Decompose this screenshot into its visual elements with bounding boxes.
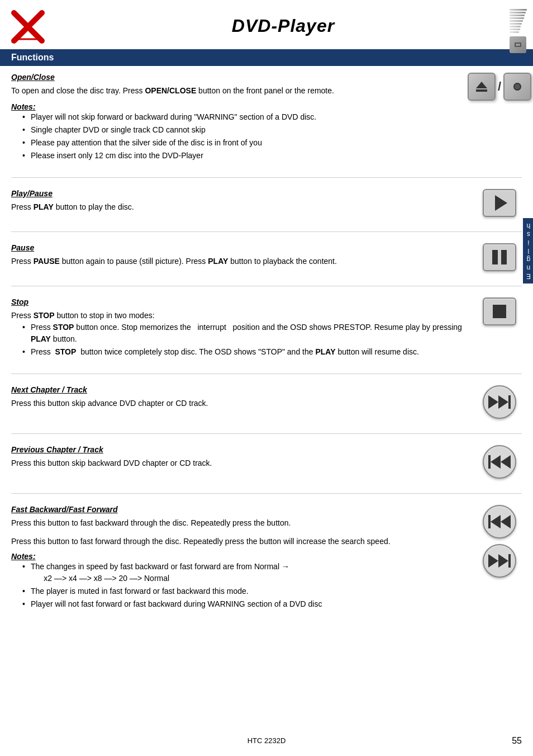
list-item: The changes in speed by fast backward or… [22, 561, 472, 584]
content: Open/Close To open and close the disc tr… [0, 66, 533, 616]
stop-button-icon [483, 297, 516, 325]
stop-title: Stop [11, 297, 28, 306]
footer: HTC 2232D 55 [0, 736, 533, 745]
section-next-chapter: Next Chapter / Track Press this button s… [11, 379, 522, 423]
list-item: Player will not fast forward or fast bac… [22, 598, 472, 610]
list-item: Please insert only 12 cm disc into the D… [22, 150, 472, 162]
section-play-pause: Play/Pause Press PLAY button to play the… [11, 182, 522, 221]
prev-chapter-body: Press this button skip backward DVD chap… [11, 457, 472, 469]
stop-body: Press STOP button to stop in two modes: [11, 310, 472, 322]
skip-forward-icon [488, 395, 511, 409]
skip-back-tri2-icon [501, 455, 511, 469]
fast-backward-icon [488, 515, 511, 528]
functions-label: Functions [11, 53, 54, 62]
open-close-icon: / [477, 73, 522, 101]
next-chapter-body: Press this button skip advance DVD chapt… [11, 398, 472, 409]
list-item: Please pay attention that the silver sid… [22, 137, 472, 149]
skip-tri2-icon [498, 395, 508, 409]
eject-triangle-icon [476, 82, 487, 88]
play-pause-body: Press PLAY button to play the disc. [11, 201, 472, 213]
page-wrapper: DVD-Player Functions English [0, 0, 533, 756]
prev-chapter-icon-container [477, 445, 522, 479]
disc-bullet-icon [513, 83, 521, 91]
open-close-body: To open and close the disc tray. Press O… [11, 85, 472, 97]
title-area: DVD-Player [45, 10, 522, 36]
eject-symbol-icon [476, 82, 487, 92]
fast-fwd-bar-icon [508, 554, 511, 568]
prev-chapter-text: Previous Chapter / Track Press this butt… [11, 445, 477, 469]
stop-bullets: Press STOP button once. Stop memorizes t… [22, 322, 472, 358]
fast-backward-button-icon [483, 505, 516, 538]
section-prev-chapter: Previous Chapter / Track Press this butt… [11, 438, 522, 483]
pause-bar-right-icon [501, 250, 507, 264]
eject-bar-icon [476, 89, 487, 92]
stop-square-icon [493, 305, 506, 318]
section-stop: Stop Press STOP button to stop in two mo… [11, 291, 522, 363]
play-icon-container [477, 189, 522, 217]
section-pause: Pause Press PAUSE button again to pause … [11, 237, 522, 276]
open-close-title: Open/Close [11, 73, 55, 82]
fast-bwd-fwd-text: Fast Backward/Fast Forward Press this bu… [11, 505, 477, 611]
play-triangle-icon [495, 195, 507, 211]
stop-text: Stop Press STOP button to stop in two mo… [11, 297, 477, 359]
section-fast-bwd-fwd: Fast Backward/Fast Forward Press this bu… [11, 498, 522, 616]
disc-bullet-button-icon [503, 73, 531, 101]
list-item: Press STOP button twice completely stop … [22, 346, 472, 358]
header: DVD-Player [0, 0, 533, 44]
openclose-img: / [468, 73, 531, 101]
fast-bwd-tri2-icon [501, 515, 511, 528]
fast-double-icon [483, 505, 516, 578]
page-title: DVD-Player [232, 16, 335, 36]
skip-back-tri1-icon [491, 455, 501, 469]
skip-tri1-icon [488, 395, 498, 409]
fast-notes: The changes in speed by fast backward or… [22, 561, 472, 610]
pause-bar-left-icon [492, 250, 498, 264]
logo [11, 10, 45, 44]
fast-bwd-tri1-icon [491, 515, 501, 528]
fast-forward-icon [488, 554, 511, 568]
skip-backward-icon [488, 455, 511, 469]
open-close-text: Open/Close To open and close the disc tr… [11, 73, 477, 163]
play-pause-text: Play/Pause Press PLAY button to play the… [11, 189, 477, 213]
fast-fwd-tri2-icon [498, 554, 508, 568]
disc-tray-button-icon [468, 73, 496, 101]
list-item: Press STOP button once. Stop memorizes t… [22, 322, 472, 345]
fast-fwd-tri1-icon [488, 554, 498, 568]
next-chapter-button-icon [483, 385, 516, 419]
next-chapter-icon-container [477, 385, 522, 419]
pause-button-icon [483, 243, 516, 271]
pause-bars-icon [492, 250, 507, 264]
fast-bwd-fwd-title: Fast Backward/Fast Forward [11, 505, 118, 514]
pause-icon-container [477, 243, 522, 271]
prev-chapter-title: Previous Chapter / Track [11, 445, 103, 454]
stop-icon-container [477, 297, 522, 325]
pause-title: Pause [11, 243, 34, 252]
section-open-close: Open/Close To open and close the disc tr… [11, 66, 522, 167]
fast-notes-label: Notes: [11, 552, 472, 561]
skip-bar-icon [508, 395, 511, 409]
pause-body: Press PAUSE button again to pause (still… [11, 256, 472, 267]
open-close-notes: Player will not skip forward or backward… [22, 111, 472, 162]
open-close-notes-label: Notes: [11, 102, 472, 111]
fast-bwd-body: Press this button to fast backward throu… [11, 517, 472, 529]
play-button-icon [483, 189, 516, 217]
footer-page: 55 [512, 736, 522, 745]
list-item: The player is muted in fast forward or f… [22, 585, 472, 597]
play-pause-title: Play/Pause [11, 189, 53, 198]
fast-fwd-body: Press this button to fast forward throug… [11, 536, 472, 547]
fast-forward-button-icon [483, 544, 516, 578]
next-chapter-title: Next Chapter / Track [11, 385, 87, 394]
list-item: Player will not skip forward or backward… [22, 111, 472, 123]
footer-model: HTC 2232D [248, 736, 286, 745]
header-texture [505, 0, 533, 62]
fast-icons-container [477, 505, 522, 578]
next-chapter-text: Next Chapter / Track Press this button s… [11, 385, 477, 409]
pause-text: Pause Press PAUSE button again to pause … [11, 243, 477, 267]
prev-chapter-button-icon [483, 445, 516, 479]
functions-bar: Functions [0, 49, 533, 66]
list-item: Single chapter DVD or single track CD ca… [22, 124, 472, 136]
